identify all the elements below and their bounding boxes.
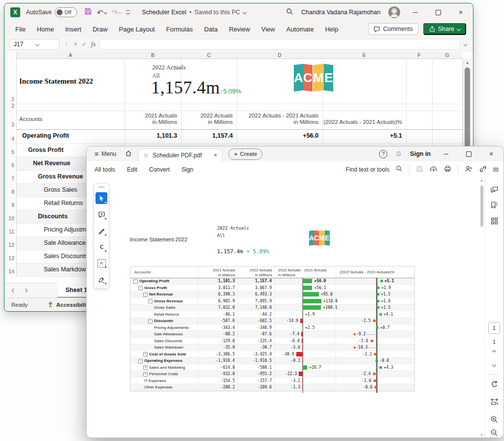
row-number-2[interactable]: 2 — [4, 103, 14, 109]
cell-account-label[interactable]: Sale Allowances — [44, 236, 89, 250]
pdf-maximize-button[interactable] — [461, 148, 476, 160]
collapse-toggle-icon[interactable]: − — [143, 293, 148, 297]
cell-account-label[interactable]: Gross Sales — [44, 183, 77, 197]
find-label[interactable]: Find text or tools — [346, 166, 390, 173]
column-header-A[interactable]: A — [16, 52, 125, 59]
row-number-14[interactable]: 14 — [4, 268, 14, 274]
cell-operating-profit[interactable]: Operating Profit — [22, 132, 69, 139]
table-row[interactable]: −Gross Profit3,011.73,067.9+56.1+1.9 — [130, 285, 414, 292]
excel-menu-insert[interactable]: Insert — [65, 26, 82, 33]
search-icon[interactable] — [286, 8, 293, 17]
col-header-diff[interactable]: 2022 Actuals - 2021 Actualsin Millions — [205, 113, 318, 125]
table-row[interactable]: −Operating Expenses-1,910.4-1,910.5-0.1-… — [130, 357, 414, 364]
insert-function-icon[interactable]: fx — [91, 40, 95, 48]
pdf-minimize-button[interactable] — [439, 148, 453, 160]
row-number-7[interactable]: 7 — [4, 176, 14, 181]
upload-cloud-icon[interactable] — [430, 165, 438, 174]
cell-pct-value[interactable]: +5.1 — [304, 132, 402, 139]
next-sheet-icon[interactable] — [24, 289, 28, 293]
zoom-out-icon[interactable] — [485, 429, 504, 437]
row-number-4[interactable]: 4 — [4, 136, 14, 142]
expand-toggle-icon[interactable]: + — [143, 365, 148, 370]
excel-menu-view[interactable]: View — [261, 26, 275, 33]
expand-toggle-icon[interactable]: + — [143, 372, 148, 377]
row-number-3[interactable]: 3 — [4, 121, 14, 127]
highlight-tool-button[interactable] — [95, 225, 107, 236]
document-title[interactable]: Scheduler Excel • Saved to this PC — [142, 9, 246, 16]
minimize-button[interactable] — [408, 6, 423, 18]
collapse-toggle-icon[interactable]: − — [133, 279, 138, 284]
table-row[interactable]: Sales Discounts-129.0-135.4-6.4-5.0 — [130, 338, 414, 345]
formula-bar-expand-icon[interactable] — [464, 42, 468, 46]
table-row[interactable]: −Net Revenue6,398.36,493.3+95.0+1.5 — [130, 291, 414, 298]
scrollbar-thumb[interactable] — [480, 185, 483, 227]
pdf-tool-convert[interactable]: Convert — [149, 166, 170, 173]
excel-menu-help[interactable]: Help — [325, 26, 338, 33]
row-number-9[interactable]: 9 — [4, 202, 14, 208]
prev-sheet-icon[interactable] — [12, 289, 16, 293]
add-comment-tool-button[interactable] — [95, 208, 107, 220]
col-header-pct[interactable]: (2022 Actuals - 2021 Actuals)% — [304, 119, 402, 125]
sheet-kpi-label[interactable]: 2022 Actuals — [152, 63, 186, 71]
collapse-toggle-icon[interactable]: − — [148, 299, 153, 303]
sheet-report-title[interactable]: Income Statement 2022 — [19, 77, 93, 86]
row-number-11[interactable]: 11 — [4, 229, 14, 235]
sheet-kpi-value-block[interactable]: 1,157.4m↑5.09% — [151, 77, 241, 98]
table-row[interactable]: −Gross Revenue6,985.97,095.9+110.0+1.6 — [130, 298, 414, 305]
row-number-5[interactable]: 5 — [4, 149, 14, 155]
fit-width-icon[interactable] — [485, 398, 504, 405]
save-icon[interactable] — [84, 7, 92, 17]
share-button[interactable]: Share — [423, 23, 466, 35]
collapse-toggle-icon[interactable]: − — [148, 319, 153, 323]
rotate-page-icon[interactable] — [485, 380, 504, 388]
table-row[interactable]: +Cost of Goods Sold-3,386.5-3,425.4-38.9… — [130, 351, 414, 358]
draw-tool-button[interactable] — [95, 241, 107, 253]
table-row[interactable]: Retail Returns-46.1-44.2+1.9+4.1 — [130, 311, 414, 318]
scroll-up-arrow[interactable]: ▲ — [463, 59, 472, 66]
undo-button[interactable]: ↶ — [97, 9, 107, 16]
excel-app-icon[interactable]: X — [10, 7, 20, 17]
customize-toolbar-button[interactable] — [126, 10, 130, 14]
redo-button[interactable]: ↷ — [112, 9, 122, 16]
tab-close-icon[interactable]: × — [214, 152, 217, 159]
print-icon[interactable] — [444, 165, 451, 174]
next-page-icon[interactable] — [485, 363, 504, 366]
bookmarks-panel-icon[interactable] — [485, 201, 504, 209]
home-icon[interactable] — [125, 150, 132, 158]
table-row[interactable]: −Discounts-587.6-602.5-14.9-2.5 — [130, 318, 414, 324]
column-header-B[interactable]: B — [125, 52, 181, 59]
add-user-icon[interactable] — [465, 165, 472, 174]
pdf-document-tab[interactable]: ☆ Scheduler PDF.pdf × — [138, 148, 222, 162]
autosave-toggle[interactable]: AutoSave Off — [26, 7, 77, 17]
column-header-D[interactable]: D — [237, 52, 322, 59]
excel-menu-automate[interactable]: Automate — [286, 26, 314, 33]
row-number-8[interactable]: 8 — [4, 189, 14, 195]
page-thumbnails-icon[interactable] — [485, 217, 504, 225]
rail-drag-handle[interactable] — [98, 186, 105, 188]
pdf-tool-all-tools[interactable]: All tools — [94, 166, 115, 173]
row-number-13[interactable]: 13 — [4, 255, 14, 261]
pdf-content-scrollbar[interactable]: ▲ ▼ — [479, 178, 484, 437]
formula-input[interactable] — [99, 39, 460, 50]
column-header-E[interactable]: E — [322, 52, 406, 59]
col-header-accounts[interactable]: Accounts — [19, 116, 42, 122]
confirm-entry-icon[interactable]: ✓ — [82, 41, 87, 48]
pdf-menu-button[interactable]: ≡ Menu — [94, 150, 116, 158]
excel-menu-home[interactable]: Home — [37, 26, 54, 33]
scroll-down-arrow[interactable]: ▼ — [480, 433, 483, 437]
table-row[interactable]: Sales Markdown-35.0-38.7-3.6-10.3 — [130, 344, 414, 351]
comments-panel-icon[interactable] — [485, 185, 504, 193]
add-text-tool-button[interactable]: A — [95, 257, 107, 269]
help-icon[interactable]: ? — [379, 150, 387, 158]
notifications-bell-icon[interactable] — [395, 150, 402, 158]
cell-account-label[interactable]: Net Revenue — [33, 157, 70, 170]
table-row[interactable]: +Personnel Costs-932.8-955.2-22.3-2.4 — [130, 371, 414, 378]
table-row[interactable]: −Operating Profit1,101.31,157.4+56.0+5.1 — [130, 278, 414, 285]
cell-2022-value[interactable]: 1,157.4 — [134, 132, 233, 139]
pdf-tool-edit[interactable]: Edit — [127, 166, 137, 173]
table-row[interactable]: Gross Sales7,032.07,140.0+108.1+1.5 — [130, 304, 414, 311]
row-number-6[interactable]: 6 — [4, 162, 14, 168]
row-number-12[interactable]: 12 — [4, 242, 14, 248]
create-button[interactable]: + Create — [228, 148, 262, 160]
cell-account-label[interactable]: Discounts — [38, 210, 67, 223]
